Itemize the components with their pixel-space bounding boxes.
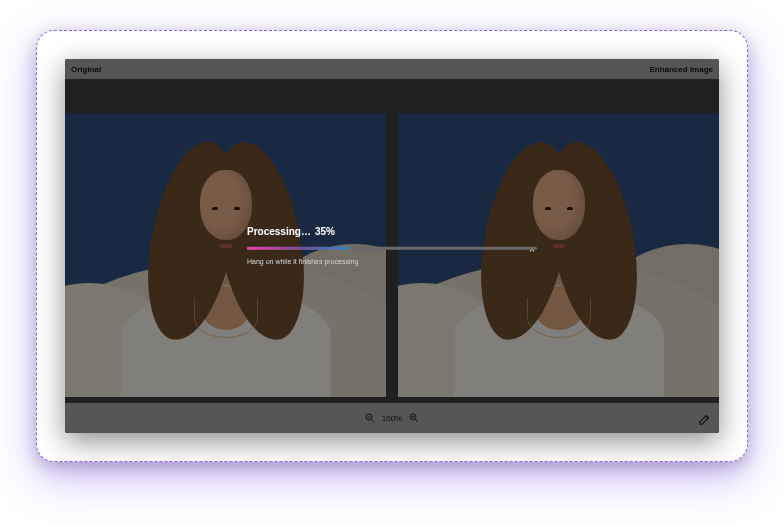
processing-modal: Processing… 35% × Hang on while it finis… xyxy=(247,226,537,265)
progress-bar xyxy=(247,247,537,250)
processing-title-prefix: Processing… xyxy=(247,226,311,237)
dashed-frame: Original Enhanced Image xyxy=(36,30,748,462)
progress-fill xyxy=(247,247,349,250)
processing-title: Processing… 35% xyxy=(247,226,537,237)
app-window: Original Enhanced Image xyxy=(65,59,719,433)
processing-hint: Hang on while it finishes processing xyxy=(247,258,537,265)
processing-percent: 35% xyxy=(315,226,335,237)
